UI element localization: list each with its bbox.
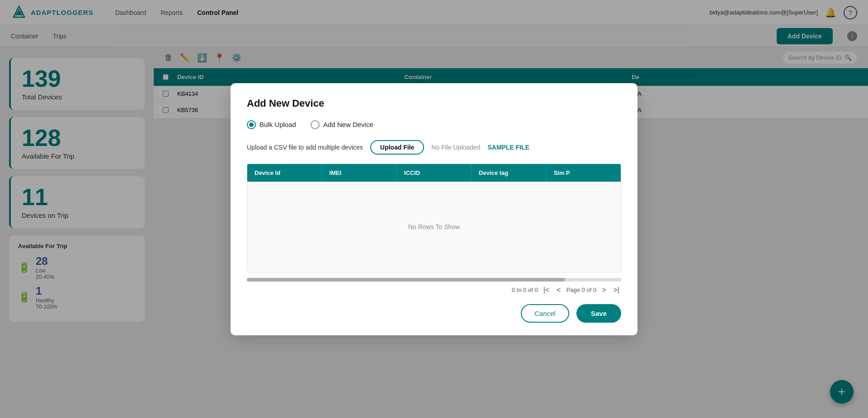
modal-footer: Cancel Save: [247, 304, 621, 323]
cancel-button[interactable]: Cancel: [521, 304, 569, 323]
pagination-range: 0 to 0 of 0: [512, 286, 538, 293]
page-last-button[interactable]: >|: [612, 285, 622, 295]
radio-group: Bulk Upload Add New Device: [247, 120, 621, 129]
sample-file-link[interactable]: SAMPLE FILE: [487, 144, 529, 151]
radio-bulk-upload[interactable]: Bulk Upload: [247, 120, 296, 129]
radio-add-new-device-label: Add New Device: [323, 121, 373, 128]
scrollbar-track[interactable]: [247, 278, 621, 282]
page-text: Page 0 of 0: [566, 286, 597, 293]
save-button[interactable]: Save: [576, 304, 621, 323]
no-file-text: No File Uploaded: [431, 144, 480, 151]
modal-col-iccid: ICCID: [397, 164, 472, 182]
radio-bulk-upload-circle[interactable]: [247, 120, 256, 129]
radio-add-new-device[interactable]: Add New Device: [311, 120, 373, 129]
modal-col-device-id: Device Id: [247, 164, 322, 182]
scrollbar-thumb[interactable]: [247, 278, 565, 282]
add-new-device-modal: Add New Device Bulk Upload Add New Devic…: [231, 83, 637, 335]
modal-table-body: No Rows To Show: [247, 182, 621, 272]
page-next-button[interactable]: >: [600, 285, 608, 295]
no-rows-text: No Rows To Show: [408, 223, 460, 230]
radio-bulk-upload-label: Bulk Upload: [259, 121, 296, 128]
modal-overlay: Add New Device Bulk Upload Add New Devic…: [0, 0, 868, 418]
upload-description: Upload a CSV file to add multiple device…: [247, 144, 363, 151]
pagination-row: 0 to 0 of 0 |< < Page 0 of 0 > >|: [247, 285, 621, 295]
upload-file-button[interactable]: Upload File: [370, 140, 424, 155]
upload-row: Upload a CSV file to add multiple device…: [247, 140, 621, 155]
radio-add-new-device-circle[interactable]: [311, 120, 320, 129]
page-prev-button[interactable]: <: [555, 285, 562, 295]
modal-table-header: Device Id IMEI ICCID Device tag Sim P: [247, 164, 621, 182]
modal-col-sim: Sim P: [547, 164, 621, 182]
page-first-button[interactable]: |<: [542, 285, 552, 295]
modal-table: Device Id IMEI ICCID Device tag Sim P No…: [247, 164, 621, 272]
modal-col-imei: IMEI: [322, 164, 396, 182]
modal-title: Add New Device: [247, 98, 621, 109]
modal-col-device-tag: Device tag: [472, 164, 546, 182]
